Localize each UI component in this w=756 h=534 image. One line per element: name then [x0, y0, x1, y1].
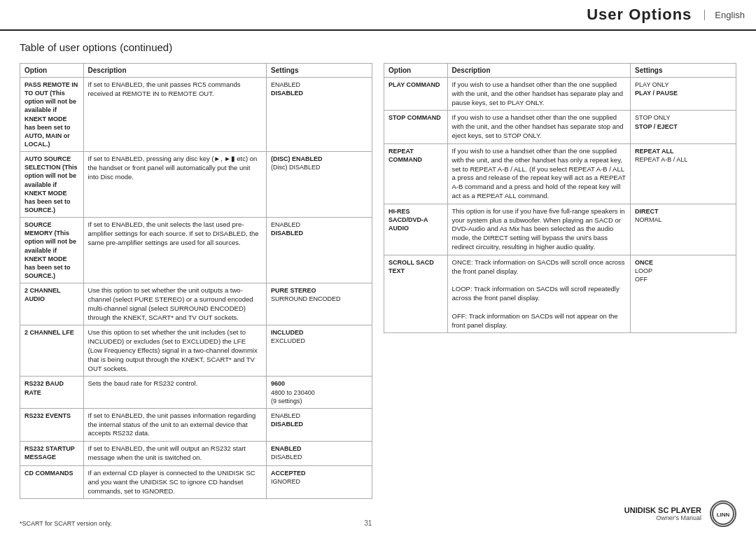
header-language: English: [704, 10, 745, 20]
table-row: RS232 BAUD RATE Sets the baud rate for R…: [20, 377, 372, 408]
table-row: REPEAT COMMAND If you wish to use a hand…: [384, 143, 736, 204]
option-cell: 2 CHANNEL AUDIO: [20, 283, 84, 325]
left-table-section: Option Description Settings PASS REMOTE …: [20, 63, 372, 499]
option-cell: PLAY COMMAND: [384, 78, 448, 111]
settings-cell: ENABLEDDISABLED: [267, 408, 372, 441]
desc-cell: If set to ENABLED, the unit passes RC5 c…: [83, 78, 267, 152]
table-row: CD COMMANDS If an external CD player is …: [20, 465, 372, 498]
page-number: 31: [112, 519, 624, 527]
table-row: 2 CHANNEL LFE Use this option to set whe…: [20, 325, 372, 377]
page-header: User Options English: [0, 0, 756, 31]
option-cell: CD COMMANDS: [20, 465, 84, 498]
table-row: RS232 EVENTS If set to ENABLED, the unit…: [20, 408, 372, 441]
desc-cell: If set to ENABLED, pressing any disc key…: [83, 152, 267, 218]
option-cell: 2 CHANNEL LFE: [20, 325, 84, 377]
table-row: HI-RES SACD/DVD-A AUDIO This option is f…: [384, 204, 736, 255]
right-table-section: Option Description Settings PLAY COMMAND…: [384, 63, 736, 499]
option-cell: SCROLL SACD TEXT: [384, 255, 448, 333]
desc-cell: ONCE: Track information on SACDs will sc…: [447, 255, 631, 333]
option-cell: RS232 EVENTS: [20, 408, 84, 441]
desc-cell: If you wish to use a handset other than …: [447, 78, 631, 111]
settings-cell: (DISC) ENABLED(Disc) DISABLED: [267, 152, 372, 218]
table-row: PASS REMOTE IN TO OUT (This option will …: [20, 78, 372, 152]
tables-container: Option Description Settings PASS REMOTE …: [20, 63, 736, 499]
desc-cell: This option is for use if you have five …: [447, 204, 631, 255]
left-col-option: Option: [20, 64, 84, 78]
header-title: User Options: [587, 6, 692, 24]
page-footer: *SCART for SCART version only. 31 UNIDIS…: [0, 500, 756, 527]
desc-cell: If an external CD player is connected to…: [83, 465, 267, 498]
page-content: Table of user options (continued) Option…: [0, 31, 756, 505]
desc-cell: If set to ENABLED, the unit selects the …: [83, 218, 267, 283]
desc-cell: If you wish to use a handset other than …: [447, 111, 631, 143]
settings-cell: ENABLEDDISABLED: [267, 442, 372, 466]
right-col-settings: Settings: [631, 64, 736, 78]
desc-cell: If set to ENABLED, the unit passes infor…: [83, 408, 267, 441]
table-row: PLAY COMMAND If you wish to use a handse…: [384, 78, 736, 111]
right-col-description: Description: [447, 64, 631, 78]
svg-text:LINN: LINN: [717, 512, 730, 518]
brand-subtitle: Owner's Manual: [624, 514, 701, 521]
settings-cell: INCLUDEDEXCLUDED: [267, 325, 372, 377]
settings-cell: ENABLEDDISABLED: [267, 78, 372, 152]
settings-cell: ONCELOOPOFF: [631, 255, 736, 333]
option-cell: AUTO SOURCE SELECTION (This option will …: [20, 152, 84, 218]
desc-cell: If set to ENABLED, the unit will output …: [83, 442, 267, 466]
settings-cell: ACCEPTEDIGNORED: [267, 465, 372, 498]
table-row: SOURCE MEMORY (This option will not be a…: [20, 218, 372, 283]
desc-cell: Use this option to set whether the unit …: [83, 325, 267, 377]
settings-cell: PURE STEREOSURROUND ENCODED: [267, 283, 372, 325]
brand-name: UNIDISK SC PLAYER: [624, 506, 701, 514]
table-row: AUTO SOURCE SELECTION (This option will …: [20, 152, 372, 218]
option-cell: RS232 STARTUP MESSAGE: [20, 442, 84, 466]
table-row: 2 CHANNEL AUDIO Use this option to set w…: [20, 283, 372, 325]
settings-cell: PLAY ONLYPLAY / PAUSE: [631, 78, 736, 111]
desc-cell: Use this option to set whether the unit …: [83, 283, 267, 325]
table-row: SCROLL SACD TEXT ONCE: Track information…: [384, 255, 736, 333]
option-cell: PASS REMOTE IN TO OUT (This option will …: [20, 78, 84, 152]
linn-logo: LINN: [710, 500, 736, 527]
brand-info: UNIDISK SC PLAYER Owner's Manual: [624, 506, 701, 521]
footer-right: UNIDISK SC PLAYER Owner's Manual LINN: [624, 500, 736, 527]
settings-cell: DIRECTNORMAL: [631, 204, 736, 255]
heading-suffix: (continued): [120, 41, 172, 53]
left-table: Option Description Settings PASS REMOTE …: [20, 63, 372, 499]
page-heading: Table of user options (continued): [20, 41, 736, 55]
table-row: RS232 STARTUP MESSAGE If set to ENABLED,…: [20, 442, 372, 466]
option-cell: SOURCE MEMORY (This option will not be a…: [20, 218, 84, 283]
right-col-option: Option: [384, 64, 448, 78]
left-col-settings: Settings: [267, 64, 372, 78]
option-cell: RS232 BAUD RATE: [20, 377, 84, 408]
settings-cell: ENABLEDDISABLED: [267, 218, 372, 283]
option-cell: HI-RES SACD/DVD-A AUDIO: [384, 204, 448, 255]
left-col-description: Description: [83, 64, 267, 78]
desc-cell: Sets the baud rate for RS232 control.: [83, 377, 267, 408]
settings-cell: REPEAT ALLREPEAT A-B / ALL: [631, 143, 736, 204]
settings-cell: STOP ONLYSTOP / EJECT: [631, 111, 736, 143]
option-cell: STOP COMMAND: [384, 111, 448, 143]
desc-cell: If you wish to use a handset other than …: [447, 143, 631, 204]
right-table: Option Description Settings PLAY COMMAND…: [384, 63, 736, 333]
footer-note: *SCART for SCART version only.: [20, 520, 112, 527]
table-row: STOP COMMAND If you wish to use a handse…: [384, 111, 736, 143]
settings-cell: 96004800 to 230400(9 settings): [267, 377, 372, 408]
option-cell: REPEAT COMMAND: [384, 143, 448, 204]
